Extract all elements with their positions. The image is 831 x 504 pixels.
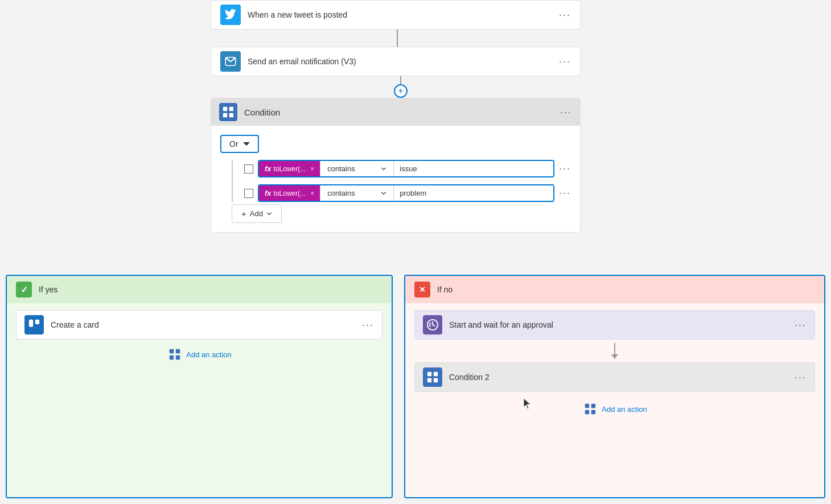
trigger-card[interactable]: When a new tweet is posted ··· xyxy=(211,0,581,30)
svg-rect-7 xyxy=(176,349,180,353)
if-no-add-icon xyxy=(582,401,598,417)
logic-operator-label: Or xyxy=(229,139,238,148)
row-1-operator[interactable]: contains xyxy=(320,161,394,176)
approval-action[interactable]: Start and wait for an approval ··· xyxy=(414,310,815,340)
svg-rect-12 xyxy=(434,372,438,376)
condition-rows: fx toLower(... × contains ··· xyxy=(232,160,571,202)
condition2-more[interactable]: ··· xyxy=(795,371,807,383)
trigger-title: When a new tweet is posted xyxy=(248,10,554,19)
if-no-title: If no xyxy=(437,285,452,294)
if-no-panel: ✕ If no Start and wait for an approval ·… xyxy=(404,275,825,498)
row-1-func: fx toLower(... × xyxy=(259,161,320,176)
condition-header-icon xyxy=(219,103,237,121)
condition2-title: Condition 2 xyxy=(449,373,795,382)
row-1-expression[interactable]: fx toLower(... × contains xyxy=(258,160,554,177)
row-2-expression[interactable]: fx toLower(... × contains xyxy=(258,184,554,202)
add-row-label: Add xyxy=(250,209,263,218)
row-1-more[interactable]: ··· xyxy=(559,163,571,175)
logic-operator-dropdown[interactable]: Or xyxy=(220,135,259,153)
if-no-add-action[interactable]: Add an action xyxy=(414,392,815,419)
if-yes-body: Create a card ··· Add an action xyxy=(7,303,392,371)
row-2-checkbox[interactable] xyxy=(244,189,253,198)
create-card-action[interactable]: Create a card ··· xyxy=(16,310,382,340)
svg-rect-14 xyxy=(434,378,438,382)
row-2-more[interactable]: ··· xyxy=(559,187,571,199)
connector-line-2a xyxy=(400,76,401,84)
if-yes-add-icon xyxy=(167,346,183,362)
if-yes-title: If yes xyxy=(39,285,57,294)
approval-more[interactable]: ··· xyxy=(795,319,807,331)
create-card-title: Create a card xyxy=(51,320,362,329)
svg-rect-15 xyxy=(585,404,589,408)
trigger-more[interactable]: ··· xyxy=(559,9,571,21)
condition-header[interactable]: Condition ··· xyxy=(211,98,580,126)
svg-rect-3 xyxy=(229,113,233,117)
row-1-func-close[interactable]: × xyxy=(310,165,314,173)
svg-rect-11 xyxy=(427,372,431,376)
svg-rect-1 xyxy=(229,107,233,111)
if-yes-add-label: Add an action xyxy=(186,350,232,359)
svg-rect-9 xyxy=(176,356,180,360)
approval-title: Start and wait for an approval xyxy=(449,320,795,329)
condition-body: Or fx toLower(... × xyxy=(211,126,580,232)
if-yes-header[interactable]: ✓ If yes xyxy=(7,276,392,303)
row-1-checkbox[interactable] xyxy=(244,164,253,173)
condition-block: Condition ··· Or fx xyxy=(211,98,581,233)
email-icon xyxy=(220,51,241,72)
if-yes-panel: ✓ If yes Create a card ··· xyxy=(6,275,393,498)
if-yes-icon: ✓ xyxy=(16,282,32,298)
condition-row-2: fx toLower(... × contains ··· xyxy=(244,184,571,202)
svg-rect-17 xyxy=(585,410,589,414)
condition-row-1: fx toLower(... × contains ··· xyxy=(244,160,571,177)
row-1-value[interactable] xyxy=(394,161,553,176)
approval-connector xyxy=(414,340,815,362)
svg-rect-8 xyxy=(170,356,174,360)
email-card[interactable]: Send an email notification (V3) ··· xyxy=(211,47,581,76)
row-2-operator[interactable]: contains xyxy=(320,185,394,201)
svg-rect-18 xyxy=(591,410,595,414)
svg-rect-4 xyxy=(29,320,33,327)
add-between-button[interactable]: + xyxy=(394,84,408,98)
if-no-add-label: Add an action xyxy=(602,405,647,414)
connector-line-1 xyxy=(397,30,398,47)
row-2-func-label: toLower(... xyxy=(274,189,306,197)
if-no-body: Start and wait for an approval ··· xyxy=(405,303,824,426)
add-row-button[interactable]: + Add xyxy=(232,204,282,223)
svg-rect-6 xyxy=(170,349,174,353)
svg-rect-5 xyxy=(35,320,39,324)
row-2-func: fx toLower(... × xyxy=(259,185,320,201)
twitter-icon xyxy=(220,5,241,25)
if-no-icon: ✕ xyxy=(414,282,430,298)
create-card-more[interactable]: ··· xyxy=(362,319,374,331)
trello-icon xyxy=(24,315,44,334)
if-no-header[interactable]: ✕ If no xyxy=(405,276,824,303)
approval-icon xyxy=(423,315,442,334)
row-1-func-label: toLower(... xyxy=(274,165,306,173)
row-2-func-close[interactable]: × xyxy=(310,189,314,197)
condition-title: Condition xyxy=(244,108,556,117)
condition-more[interactable]: ··· xyxy=(560,106,572,118)
svg-rect-16 xyxy=(591,404,595,408)
email-title: Send an email notification (V3) xyxy=(248,57,554,66)
condition2-action[interactable]: Condition 2 ··· xyxy=(414,362,815,392)
svg-rect-13 xyxy=(427,378,431,382)
email-more[interactable]: ··· xyxy=(559,56,571,68)
condition2-icon xyxy=(423,367,442,387)
row-2-value[interactable] xyxy=(394,185,553,201)
if-yes-add-action[interactable]: Add an action xyxy=(16,340,382,365)
svg-rect-0 xyxy=(223,107,227,111)
svg-rect-2 xyxy=(223,113,227,117)
